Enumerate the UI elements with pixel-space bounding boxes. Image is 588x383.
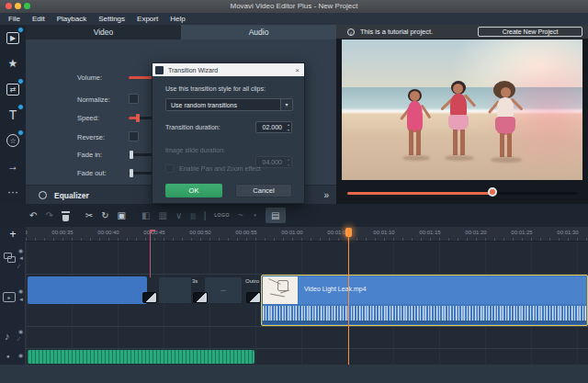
tutorial-notice-text: This is a tutorial project. (360, 28, 433, 36)
ruler-tick: 00:00:40 (97, 230, 119, 235)
transition-style-value: Use random transitions (171, 102, 237, 108)
slide-duration-value: 04.000 (263, 159, 282, 165)
seek-bar-progress (347, 192, 492, 195)
add-track-button[interactable]: + (0, 227, 26, 242)
link-icon[interactable]: ~ (238, 211, 243, 220)
crop-icon[interactable]: ▣ (118, 211, 126, 220)
sidebar-item-more[interactable]: ··· (0, 179, 26, 205)
pan-zoom-checkbox (165, 164, 174, 173)
volume-label: Volume: (77, 73, 102, 82)
sidebar-item-stickers[interactable]: ☆ (0, 128, 26, 153)
video-clip-2[interactable] (158, 276, 192, 304)
transition-marker-icon[interactable] (142, 292, 157, 303)
link-icon[interactable]: ∕ (18, 336, 19, 342)
sidebar-item-animation[interactable]: → (0, 153, 26, 179)
audio-levels-icon[interactable]: ▥ (158, 211, 166, 220)
link-icon[interactable]: ∕ (18, 264, 19, 269)
notification-badge (17, 130, 24, 136)
dialog-title-bar[interactable]: Transition Wizard × (153, 63, 304, 76)
notification-badge (17, 104, 24, 110)
narration-audio-clip[interactable] (28, 350, 254, 364)
menu-edit[interactable]: Edit (32, 15, 45, 23)
ruler-tick: 00:00:50 (189, 230, 210, 235)
tutorial-notice-bar: i This is a tutorial project. Create New… (336, 25, 588, 39)
ruler-minor-ticks (26, 238, 588, 241)
ruler-tick: 00:01:10 (373, 230, 394, 235)
delete-icon[interactable] (62, 210, 70, 221)
playhead-line[interactable] (348, 229, 349, 365)
tab-audio[interactable]: Audio (181, 25, 336, 39)
chevron-down-icon[interactable]: ▾ (280, 99, 292, 110)
sidebar-item-filters[interactable]: ★ (0, 51, 26, 76)
status-bar: Scale: − ▪ Project length: 01:45 Export (0, 365, 588, 383)
speed-slider-thumb[interactable] (136, 114, 140, 122)
sidebar-item-transitions[interactable]: ⇄ (0, 76, 26, 102)
close-icon[interactable]: × (295, 66, 300, 74)
title-bar: Movavi Video Editor Plus - New Project (0, 0, 588, 13)
fade-in-slider-thumb[interactable] (130, 151, 133, 159)
menu-export[interactable]: Export (137, 15, 158, 23)
video-clip-1[interactable] (28, 276, 147, 304)
cancel-button[interactable]: Cancel (235, 184, 292, 197)
dialog-icon (155, 66, 164, 74)
logo-watermark-icon[interactable]: LOGO (214, 213, 229, 218)
menu-file[interactable]: File (8, 15, 20, 23)
sidebar-item-media[interactable]: ▶ (0, 25, 26, 51)
reverse-checkbox[interactable] (129, 131, 139, 141)
narration-icon: ● (6, 354, 10, 359)
seek-bar-handle[interactable] (488, 187, 497, 197)
normalize-checkbox[interactable] (129, 94, 139, 104)
beat-marker-icon[interactable]: | (204, 211, 207, 220)
eye-icon[interactable]: ◉ (18, 328, 23, 334)
equalizer-icon (39, 191, 47, 199)
stereo-balance-icon[interactable]: ||| (190, 212, 195, 219)
color-adjustments-icon[interactable]: ◧ (141, 211, 150, 220)
ruler-tick: 00:00:55 (235, 230, 256, 235)
rotate-icon[interactable]: ↻ (101, 211, 108, 220)
ruler-tick: 00:01:30 (557, 230, 578, 235)
transition-style-dropdown[interactable]: Use random transitions ▾ (165, 98, 293, 111)
sidebar-item-titles[interactable]: T (0, 102, 26, 128)
mute-icon[interactable]: ◄ (18, 255, 24, 261)
menu-playback[interactable]: Playback (57, 15, 86, 23)
equalizer-label: Equalizer (54, 191, 89, 200)
dialog-title: Transition Wizard (168, 67, 218, 73)
timeline-ruler[interactable]: 00:00:30 00:00:35 00:00:40 00:00:45 00:0… (26, 227, 588, 242)
video-frame[interactable] (342, 39, 582, 180)
ok-button[interactable]: OK (165, 184, 222, 197)
pan-zoom-row: Enable Pan and Zoom effect (165, 164, 261, 173)
redo-icon[interactable]: ↷ (45, 211, 52, 220)
transition-duration-spinner[interactable]: 02.000 ▴▾ (255, 121, 292, 133)
red-marker-line (150, 230, 151, 277)
spinner-arrows-icon[interactable]: ▴▾ (288, 122, 289, 133)
selected-clip[interactable]: Video Light Leak.mp4 (261, 275, 588, 326)
transition-marker-icon[interactable] (193, 292, 208, 303)
video-clip-3[interactable]: — (204, 276, 243, 304)
capture-icon[interactable]: ▤ (266, 208, 286, 223)
transitions-icon: ⇄ (6, 84, 20, 96)
transition-marker-icon[interactable] (246, 292, 261, 303)
mute-icon[interactable]: ◄ (18, 297, 24, 302)
transition-style-label: Use this transition style for all clips: (165, 85, 266, 92)
undo-icon[interactable]: ↶ (29, 211, 37, 220)
menu-help[interactable]: Help (170, 15, 185, 23)
timeline-tracks[interactable]: 3s — Outro Video Light Leak.mp4 (26, 242, 588, 365)
stickers-icon: ☆ (6, 134, 19, 147)
fade-icon[interactable]: ∨ (175, 211, 182, 220)
clip-duration-tag: 3s (192, 278, 198, 284)
slow-motion-icon[interactable]: ◔ (252, 211, 257, 220)
create-new-project-button[interactable]: Create New Project (478, 27, 582, 37)
eye-icon[interactable]: ◉ (18, 287, 23, 294)
menu-settings[interactable]: Settings (98, 15, 125, 23)
eye-icon[interactable]: ◉ (18, 352, 23, 358)
overlay-track-icon (4, 253, 16, 263)
transition-duration-value: 02.000 (263, 124, 282, 130)
eye-icon[interactable]: ◉ (18, 247, 23, 253)
slide-duration-spinner: 04.000 ▴▾ (255, 156, 292, 168)
fade-out-slider-thumb[interactable] (130, 169, 133, 177)
tab-video[interactable]: Video (26, 25, 181, 39)
split-scissors-icon[interactable]: ✂ (85, 211, 93, 220)
chevron-right-icon[interactable]: » (323, 190, 329, 200)
video-track-icon: ▸ (3, 292, 16, 302)
music-note-icon: ♪ (5, 332, 10, 342)
